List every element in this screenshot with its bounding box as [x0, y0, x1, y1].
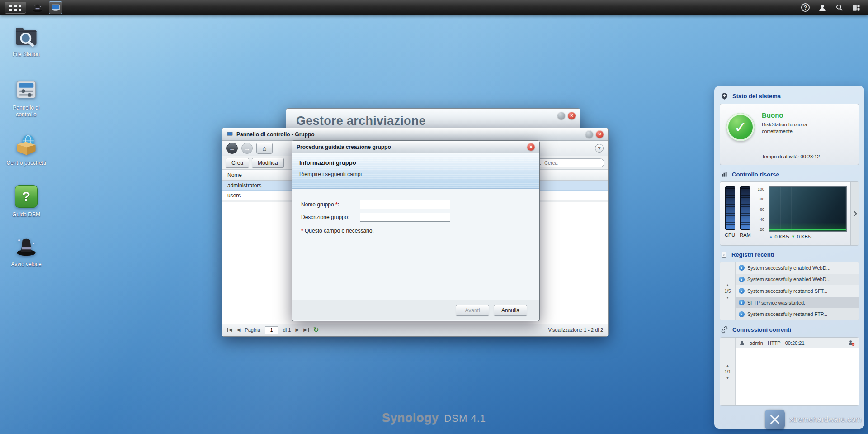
control-panel-window-icon — [226, 131, 233, 138]
magic-hat-icon — [33, 3, 42, 13]
widgets-panel-icon[interactable] — [852, 3, 861, 12]
watermark-text: xtremehardware.com — [789, 415, 862, 424]
control-panel-icon — [14, 78, 38, 101]
group-description-input[interactable] — [360, 213, 450, 222]
log-row[interactable]: i System successfully enabled WebD... — [736, 262, 859, 274]
info-icon: i — [739, 300, 745, 305]
control-panel-titlebar[interactable]: Pannello di controllo - Gruppo × — [222, 128, 608, 141]
logs-page-indicator: 1/5 — [725, 289, 731, 294]
wizard-title: Procedura guidata creazione gruppo — [297, 144, 391, 150]
desktop-icon-file-station[interactable]: File Station — [3, 24, 50, 58]
graph-scale: 100 80 60 40 20 — [755, 186, 765, 232]
network-graph — [769, 186, 847, 232]
upload-arrow-icon: ▲ — [769, 234, 773, 239]
first-page-icon[interactable]: ◀ — [227, 328, 232, 332]
help-button[interactable]: ? — [595, 144, 604, 153]
disconnect-user-button[interactable] — [848, 339, 855, 346]
desktop-icon-quick-start[interactable]: Avvio veloce — [3, 234, 50, 268]
wizard-subheading: Riempire i seguenti campi — [299, 171, 532, 177]
taskbar-app-quick-start[interactable] — [31, 1, 44, 14]
shield-icon — [721, 92, 728, 100]
logs-pager: ▲ 1/5 ▼ — [720, 262, 736, 320]
desktop-icon-package-center[interactable]: Centro pacchetti — [3, 132, 50, 167]
home-button[interactable]: ⌂ — [256, 143, 273, 154]
pagination-status: Visualizzazione 1 - 2 di 2 — [548, 327, 603, 333]
desktop-icon-label: Guida DSM — [12, 211, 40, 218]
user-icon — [739, 340, 745, 346]
close-button[interactable]: × — [596, 130, 604, 138]
form-row-group-description: Descrizione gruppo: — [301, 211, 530, 223]
taskbar-help-icon[interactable]: ? — [801, 3, 810, 12]
group-name: administrators — [227, 182, 261, 189]
connection-user: admin — [750, 340, 763, 346]
connections-pager: ▲ 1/1 ▼ — [720, 338, 736, 405]
dsm-help-icon: ? — [15, 185, 38, 208]
back-button[interactable]: ← — [226, 143, 238, 154]
wizard-titlebar[interactable]: Procedura guidata creazione gruppo × — [292, 141, 539, 153]
info-icon: i — [739, 288, 745, 294]
cpu-gauge-bar — [725, 186, 735, 230]
status-value: Buono — [762, 111, 783, 119]
search-input[interactable] — [533, 158, 604, 167]
cancel-button[interactable]: Annulla — [494, 305, 527, 316]
download-arrow-icon: ▼ — [791, 234, 795, 239]
resource-expand-button[interactable] — [850, 182, 859, 245]
page-down-icon[interactable]: ▼ — [726, 377, 729, 380]
minimize-button[interactable] — [585, 130, 593, 138]
forward-button[interactable]: → — [241, 143, 253, 154]
last-page-icon[interactable]: ▶ — [303, 328, 309, 332]
section-title: Connessioni correnti — [732, 326, 791, 333]
required-asterisk: * — [301, 228, 303, 234]
section-title: Stato del sistema — [732, 93, 781, 100]
ram-gauge: RAM — [740, 186, 750, 242]
taskbar: ? — [0, 0, 868, 15]
bar-chart-icon — [721, 171, 728, 178]
section-title: Controllo risorse — [732, 171, 779, 178]
ram-gauge-bar — [740, 186, 750, 230]
log-row[interactable]: i System successfully restarted FTP... — [736, 308, 859, 320]
page-up-icon[interactable]: ▲ — [726, 283, 729, 286]
download-speed: 0 KB/s — [797, 234, 811, 239]
window-title: Pannello di controllo - Gruppo — [236, 131, 315, 138]
desktop-icon-label: File Station — [13, 51, 40, 58]
desktop-icon-control-panel[interactable]: Pannello di controllo — [3, 77, 50, 118]
connection-row[interactable]: admin HTTP 00:20:21 — [736, 338, 859, 348]
log-row[interactable]: i System successfully enabled WebD... — [736, 274, 859, 286]
ram-label: RAM — [740, 232, 750, 238]
wizard-header: Informazioni gruppo Riempire i seguenti … — [292, 153, 539, 189]
modify-button[interactable]: Modifica — [252, 158, 284, 168]
resource-monitor-header: Controllo risorse — [721, 171, 858, 178]
prev-page-icon[interactable]: ◀ — [237, 328, 241, 332]
status-ok-icon: ✓ — [726, 113, 755, 141]
page-of-label: di 1 — [283, 327, 291, 333]
taskbar-app-storage-manager[interactable] — [49, 1, 62, 14]
log-row[interactable]: i System successfully restarted SFT... — [736, 285, 859, 297]
system-status-header: Stato del sistema — [721, 92, 858, 100]
cpu-label: CPU — [725, 232, 735, 238]
app-grid-icon — [9, 3, 22, 12]
main-menu-button[interactable] — [5, 2, 26, 14]
user-icon[interactable] — [818, 3, 827, 12]
search-icon[interactable] — [835, 3, 844, 12]
group-description-label: Descrizione gruppo: — [301, 214, 360, 220]
page-down-icon[interactable]: ▼ — [726, 296, 729, 299]
close-button[interactable]: × — [527, 143, 535, 151]
page-up-icon[interactable]: ▲ — [726, 364, 729, 367]
close-button[interactable]: × — [568, 112, 576, 119]
file-station-icon — [14, 24, 38, 48]
group-wizard-dialog: Procedura guidata creazione gruppo × Inf… — [292, 140, 540, 321]
watermark-logo-icon — [765, 410, 785, 429]
refresh-icon[interactable]: ↻ — [313, 326, 319, 334]
next-button[interactable]: Avanti — [456, 305, 489, 316]
desktop-icon-dsm-help[interactable]: ? Guida DSM — [3, 184, 50, 218]
recent-logs-card: ▲ 1/5 ▼ i System successfully enabled We… — [720, 262, 859, 320]
search-box — [533, 158, 604, 167]
log-row[interactable]: i SFTP service was started. — [736, 297, 859, 309]
connections-card: ▲ 1/1 ▼ admin HTTP 00:20:21 — [720, 337, 859, 406]
group-name-input[interactable] — [360, 200, 450, 209]
page-input[interactable] — [265, 326, 278, 334]
minimize-button[interactable] — [557, 112, 565, 119]
next-page-icon[interactable]: ▶ — [295, 328, 299, 332]
uptime-text: Tempo di attività: 00:28:12 — [762, 154, 820, 159]
create-button[interactable]: Crea — [226, 158, 249, 168]
